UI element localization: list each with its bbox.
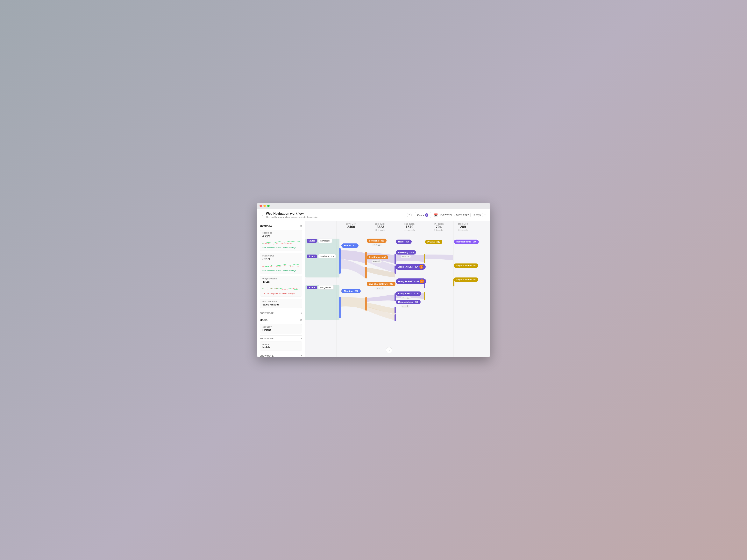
real-estate-drop-value: ↩ -47: [375, 260, 380, 263]
request-demo-379-node[interactable]: Request demo · 379: [454, 277, 478, 282]
about-us-block: About us · 800 🎯: [341, 289, 345, 293]
header: ‹ Web Navigation workflow This workflow …: [257, 209, 490, 221]
click-4-header: 4TH CLICK 704 0 drop offs: [424, 223, 453, 231]
device-card: DEVICE Mobile: [260, 341, 302, 351]
source-facebook-block: Source facebook.com: [307, 254, 336, 259]
minimize-button[interactable]: [263, 205, 266, 207]
click-1-step: 1ST CLICK: [337, 223, 366, 225]
device-label: DEVICE: [262, 343, 300, 345]
unique-users-change: - 5.12% compared to market average: [262, 292, 300, 295]
page-title: Web Navigation workflow: [266, 212, 317, 215]
page-views-chart: [262, 263, 300, 268]
chat-sources-label: CHAT SOURCES: [262, 301, 300, 303]
giosg-target-node[interactable]: Giosg TARGET · 394 🎯: [395, 264, 426, 270]
show-more-3-button[interactable]: SHOW MORE ∧: [260, 353, 302, 357]
header-title: Web Navigation workflow This workflow sh…: [266, 212, 317, 218]
unique-users-chart: [262, 286, 300, 291]
request-demo-4-node[interactable]: Request demo · 379: [454, 264, 478, 268]
country-label: COUNTRY: [262, 326, 300, 328]
giosg-target-bottom-node[interactable]: Giosg TARGET · 394 🎯: [396, 278, 426, 284]
refresh-icon-4: ↩: [377, 287, 379, 289]
request-demo-200-drop: ↩ ↩ -2: [401, 305, 410, 308]
source-3-value[interactable]: google.com: [318, 285, 334, 290]
live-chat-drop: ↩ ↩ -2: [376, 287, 385, 290]
dropdown-icon[interactable]: ▾: [484, 214, 486, 216]
show-more-1-button[interactable]: SHOW MORE ∧: [260, 310, 302, 316]
retail-node[interactable]: Retail · 400: [396, 240, 412, 244]
giosg-basket-drop-value: ↩ -12: [405, 297, 409, 299]
live-chat-node[interactable]: Live chat software · 800: [367, 282, 395, 286]
refresh-icon-5: ↩: [402, 297, 404, 299]
click-5-drops: 0 drop offs: [453, 229, 473, 231]
real-estate-node[interactable]: Real Estate · 698: [367, 255, 388, 259]
source-2-value[interactable]: facebook.com: [318, 254, 336, 259]
request-demo-200-node[interactable]: Request demo · 200: [396, 300, 420, 304]
users-export-icon[interactable]: ⧉: [300, 318, 302, 322]
refresh-icon-3: ↩: [402, 256, 404, 258]
click-3-drops: 44 drop offs: [395, 229, 424, 231]
unique-users-value: 1846: [262, 280, 300, 284]
forward-arrow-button[interactable]: ›: [386, 347, 392, 353]
solutions-node[interactable]: Solutions · 825: [367, 239, 387, 243]
click-5-step: 5TH CLICK: [453, 223, 473, 225]
real-estate-drop: ↩ ↩ -47: [371, 260, 382, 263]
app-window: ‹ Web Navigation workflow This workflow …: [257, 203, 490, 357]
page-views-change: + 25.72% compared to market average: [262, 269, 300, 272]
back-button[interactable]: ‹: [261, 213, 264, 218]
device-value: Mobile: [262, 346, 300, 349]
marketing-drop-value: ↩ -30: [405, 256, 409, 258]
goals-button[interactable]: Goals 2: [415, 212, 431, 218]
click-2-step: 2ND CLICK: [366, 223, 395, 225]
chevron-up-3-icon: ∧: [301, 354, 302, 357]
source-2-label[interactable]: Source: [307, 255, 317, 258]
about-node[interactable]: About us · 800: [341, 289, 361, 293]
show-more-3-label: SHOW MORE: [260, 355, 274, 357]
sessions-value: 4729: [262, 234, 300, 238]
chat-sources-card: CHAT SOURCES Sales Finland: [260, 299, 302, 308]
click-4-count: 704: [424, 225, 453, 229]
page-subtitle: This workflow shows how visitors navigat…: [266, 216, 317, 218]
svg-rect-9: [305, 285, 339, 320]
giosg-target-bottom-label: Giosg TARGET · 394: [398, 280, 419, 283]
click-3-step: 3RD CLICK: [395, 223, 424, 225]
export-icon[interactable]: ⧉: [300, 224, 302, 228]
close-button[interactable]: [259, 205, 262, 207]
chat-sources-value: Sales Finland: [262, 303, 300, 306]
click-5-header: 5TH CLICK 289 0 drop offs: [453, 223, 473, 231]
chevron-up-2-icon: ∧: [301, 337, 302, 340]
click-1-count: 2400: [337, 225, 366, 229]
page-views-value: 6351: [262, 257, 300, 261]
country-value: Finland: [262, 328, 300, 331]
goals-badge: 2: [425, 213, 428, 217]
show-more-1-label: SHOW MORE: [260, 312, 274, 314]
giosg-basket-node[interactable]: Giosg BASKET · 190: [396, 291, 421, 296]
date-range: 📅 15/07/2022 › 31/07/2022 14 days ▾: [434, 213, 486, 217]
chevron-up-1-icon: ∧: [301, 312, 302, 314]
giosg-basket-drop: ↩ ↩ -12: [401, 296, 411, 299]
refresh-icon-6: ↩: [402, 305, 404, 307]
goals-label: Goals: [417, 214, 424, 217]
click-4-drops: 0 drop offs: [424, 229, 453, 231]
refresh-icon-2: ↩: [373, 260, 375, 263]
show-more-2-button[interactable]: SHOW MORE ∧: [260, 336, 302, 341]
request-demo-5-node[interactable]: Request demo · 289: [454, 239, 479, 244]
click-3-count: 1579: [395, 225, 424, 229]
date-arrow-icon: ›: [454, 214, 455, 217]
source-1-label[interactable]: Source: [307, 239, 317, 243]
pricing-node[interactable]: Pricing · 325: [425, 240, 442, 244]
unique-users-label: UNIQUE USERS: [262, 278, 300, 280]
maximize-button[interactable]: [267, 205, 269, 207]
main-content: Overview ⧉ SESSIONS 4729 + 66.97% compar…: [257, 221, 490, 357]
col-sep-2: [366, 221, 366, 357]
source-3-label[interactable]: Source: [307, 286, 317, 289]
help-button[interactable]: ?: [407, 213, 412, 217]
days-badge[interactable]: 14 days: [470, 213, 483, 217]
marketing-node[interactable]: Marketing · 395: [396, 250, 416, 255]
source-1-value[interactable]: newsletter: [318, 239, 332, 243]
live-chat-drop-value: ↩ -2: [379, 287, 383, 289]
source-google-block: Source google.com: [307, 285, 334, 290]
home-node[interactable]: Home · 1600: [341, 243, 359, 248]
show-more-2-label: SHOW MORE: [260, 337, 274, 340]
click-1-header: 1ST CLICK 2400: [337, 223, 366, 229]
click-4-step: 4TH CLICK: [424, 223, 453, 225]
